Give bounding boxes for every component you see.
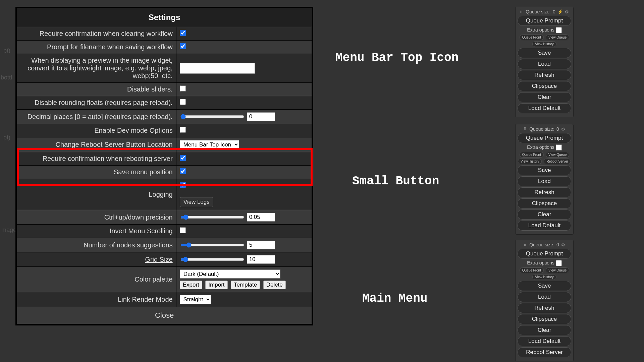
menu-panel-topicon: ⠿ Queue size: 0 ⚡ ⚙ Queue Prompt Extra o… <box>515 7 574 117</box>
load-default-button[interactable]: Load Default <box>518 336 571 346</box>
queue-size-value: 0 <box>553 9 555 14</box>
palette-import-button[interactable]: Import <box>205 281 227 289</box>
reboot-server-button[interactable]: Reboot Server <box>518 347 571 357</box>
queue-front-button[interactable]: Queue Front <box>520 267 544 273</box>
view-logs-button[interactable]: View Logs <box>180 197 213 207</box>
decimal-places-slider[interactable] <box>180 114 244 119</box>
close-button[interactable]: Close <box>155 311 174 319</box>
load-button[interactable]: Load <box>518 59 571 69</box>
grid-size-slider[interactable] <box>180 257 244 262</box>
row-color-palette: Color palette Dark (Default) Export Impo… <box>17 267 312 292</box>
clear-button[interactable]: Clear <box>518 92 571 102</box>
clipspace-button[interactable]: Clipspace <box>518 314 571 324</box>
annotation-top: Menu Bar Top Icon <box>335 51 459 65</box>
color-palette-select[interactable]: Dark (Default) <box>180 269 280 279</box>
gear-icon[interactable]: ⚙ <box>561 127 565 132</box>
row-reboot-location: Change Reboot Server Button Location Men… <box>17 137 312 152</box>
palette-template-button[interactable]: Template <box>231 281 260 289</box>
reboot-location-select[interactable]: Menu Bar Top Icon <box>180 140 239 149</box>
view-queue-button[interactable]: View Queue <box>546 267 569 273</box>
clear-button[interactable]: Clear <box>518 325 571 335</box>
save-menu-pos-checkbox[interactable] <box>180 168 186 174</box>
row-preview-convert: When displaying a preview in the image w… <box>17 54 312 83</box>
extra-options-label: Extra options <box>527 27 554 33</box>
palette-export-button[interactable]: Export <box>180 281 202 289</box>
link-render-select[interactable]: Straight <box>180 295 211 304</box>
row-dev-mode: Enable Dev mode Options <box>17 124 312 137</box>
clipspace-button[interactable]: Clipspace <box>518 81 571 91</box>
refresh-button[interactable]: Refresh <box>518 303 571 313</box>
row-disable-sliders: Disable sliders. <box>17 83 312 96</box>
queue-prompt-button[interactable]: Queue Prompt <box>518 133 571 143</box>
queue-size-label: Queue size: <box>529 242 554 247</box>
view-history-button[interactable]: View History <box>518 159 542 164</box>
label: Invert Menu Scrolling <box>17 225 176 238</box>
view-queue-button[interactable]: View Queue <box>546 35 569 40</box>
bg-label: pt) <box>3 47 10 54</box>
palette-delete-button[interactable]: Delete <box>263 281 286 289</box>
row-confirm-clear: Require confirmation when clearing workf… <box>17 27 312 41</box>
refresh-button[interactable]: Refresh <box>518 70 571 80</box>
label: Enable Dev mode Options <box>17 124 176 137</box>
clipspace-button[interactable]: Clipspace <box>518 198 571 208</box>
label: Require confirmation when rebooting serv… <box>17 152 176 166</box>
gear-icon[interactable]: ⚙ <box>565 9 569 14</box>
disable-rounding-checkbox[interactable] <box>180 99 186 105</box>
save-button[interactable]: Save <box>518 165 571 175</box>
label: Decimal places [0 = auto] (requires page… <box>17 110 176 124</box>
save-button[interactable]: Save <box>518 48 571 58</box>
clear-button[interactable]: Clear <box>518 209 571 220</box>
load-button[interactable]: Load <box>518 176 571 186</box>
queue-prompt-button[interactable]: Queue Prompt <box>518 249 571 259</box>
row-logging: Logging View Logs <box>17 179 312 210</box>
row-grid-size: Grid Size <box>17 252 312 267</box>
extra-options-checkbox[interactable] <box>556 144 562 150</box>
annotation-mid: Small Button <box>352 174 439 188</box>
queue-size-label: Queue size: <box>529 126 554 132</box>
ctrl-precision-slider[interactable] <box>180 215 244 220</box>
node-suggestions-input[interactable] <box>247 241 275 249</box>
row-decimal-places: Decimal places [0 = auto] (requires page… <box>17 110 312 124</box>
confirm-clear-checkbox[interactable] <box>180 30 186 36</box>
label: Ctrl+up/down precision <box>17 210 176 225</box>
load-default-button[interactable]: Load Default <box>518 103 571 113</box>
save-button[interactable]: Save <box>518 281 571 291</box>
load-default-button[interactable]: Load Default <box>518 221 571 231</box>
view-history-button[interactable]: View History <box>532 274 556 280</box>
label: Save menu position <box>17 166 176 179</box>
row-disable-rounding: Disable rounding floats (requires page r… <box>17 96 312 110</box>
decimal-places-input[interactable] <box>247 112 275 121</box>
extra-options-label: Extra options <box>527 260 554 265</box>
refresh-button[interactable]: Refresh <box>518 187 571 197</box>
bg-label: pt) <box>3 134 10 141</box>
grip-icon[interactable]: ⠿ <box>524 242 527 247</box>
node-suggestions-slider[interactable] <box>180 242 244 248</box>
gear-icon[interactable]: ⚙ <box>561 242 565 247</box>
load-button[interactable]: Load <box>518 292 571 302</box>
view-queue-button[interactable]: View Queue <box>546 152 569 158</box>
disable-sliders-checkbox[interactable] <box>180 85 186 92</box>
dev-mode-checkbox[interactable] <box>180 127 186 133</box>
queue-front-button[interactable]: Queue Front <box>520 35 544 40</box>
queue-prompt-button[interactable]: Queue Prompt <box>518 16 571 26</box>
invert-scroll-checkbox[interactable] <box>180 227 186 233</box>
extra-options-checkbox[interactable] <box>556 27 562 33</box>
view-history-button[interactable]: View History <box>532 41 556 47</box>
grid-size-input[interactable] <box>247 255 275 264</box>
reboot-server-smallbutton[interactable]: Reboot Server <box>544 159 571 164</box>
prompt-filename-checkbox[interactable] <box>180 43 186 49</box>
row-prompt-filename: Prompt for filename when saving workflow <box>17 41 312 54</box>
grip-icon[interactable]: ⠿ <box>524 127 527 131</box>
label: Disable sliders. <box>17 83 176 96</box>
reboot-bolt-icon[interactable]: ⚡ <box>557 9 563 14</box>
extra-options-label: Extra options <box>527 144 554 150</box>
preview-convert-input[interactable] <box>180 63 255 74</box>
ctrl-precision-input[interactable] <box>247 213 275 222</box>
bg-label: bottl <box>1 74 12 81</box>
extra-options-checkbox[interactable] <box>556 260 562 266</box>
grip-icon[interactable]: ⠿ <box>520 9 524 14</box>
label: Number of nodes suggestions <box>17 238 176 252</box>
queue-front-button[interactable]: Queue Front <box>520 152 544 158</box>
logging-checkbox[interactable] <box>180 182 186 188</box>
confirm-reboot-checkbox[interactable] <box>180 155 186 161</box>
